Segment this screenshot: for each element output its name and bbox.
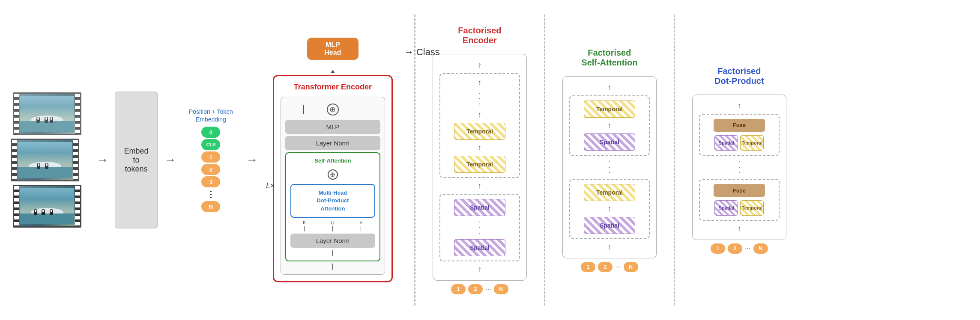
fsa-spatial-2: Spatial [584, 217, 635, 234]
token-2: 2 [201, 164, 220, 175]
fe-top-arrow: ↑ [478, 61, 481, 70]
fe-temporal-1: Temporal [454, 123, 505, 140]
fsa-dashed-box-2: Temporal ↑ Spatial [569, 179, 650, 239]
fdp-token-2: 2 [728, 243, 742, 254]
plus-circle-top: ⊕ [327, 104, 339, 116]
fdp-token-n: N [753, 243, 768, 254]
mlp-head-up-arrow [331, 70, 335, 73]
layer-norm-2: Layer Norm [290, 234, 375, 248]
fdp-temporal-2: Temporal [740, 200, 764, 216]
tokens-to-transformer-arrow: → [246, 153, 258, 167]
k-label: K [303, 220, 306, 225]
token-n: N [201, 201, 220, 212]
position-label: Position + TokenEmbedding [189, 108, 233, 123]
film-section [9, 92, 77, 228]
fe-token-1: 1 [451, 284, 466, 294]
embed-to-tokens-arrow: → [164, 153, 176, 167]
token-1: 1 [201, 151, 220, 163]
film-frame-3 [13, 185, 81, 228]
fe-token-row: 1 2 ··· N [451, 284, 508, 294]
fe-token-2: 2 [468, 284, 483, 294]
mlp-head-box: MLPHead [307, 38, 359, 60]
fdp-spatial-1: Spatial [714, 135, 738, 151]
factorised-dot-product-section: FactorisedDot-Product ↑ Fuse Spatial Tem… [688, 66, 791, 254]
mlp-box: MLP [285, 120, 380, 134]
l-times: L× [266, 181, 275, 190]
token-dots: ⋮ [201, 189, 220, 200]
multihead-box: Multi-HeadDot-ProductAttention [290, 184, 375, 218]
fsa-temporal-1: Temporal [584, 101, 635, 118]
fsa-token-n: N [624, 262, 638, 272]
fdp-temporal-1: Temporal [740, 135, 764, 151]
factorised-dp-title: FactorisedDot-Product [714, 66, 764, 86]
fe-spatial-1: Spatial [454, 199, 505, 216]
kqv-labels: K Q V [290, 220, 375, 225]
fe-token-n: N [494, 284, 508, 294]
token-3: 3 [201, 176, 220, 187]
factorised-encoder-section: FactorisedEncoder ↑ ↑ ··· ↑ Temporal ↑ T… [428, 26, 531, 295]
fsa-dashed-box-1: Temporal ↑ Spatial [569, 95, 650, 156]
factorised-self-attention-section: FactorisedSelf-Attention ↑ Temporal ↑ Sp… [558, 48, 661, 272]
fdp-spatial-2: Spatial [714, 200, 738, 216]
separator-2 [544, 15, 545, 305]
factorised-encoder-title: FactorisedEncoder [458, 26, 501, 45]
inner-encoder: L× ⊕ MLP Layer Norm Self-Attention [281, 97, 385, 275]
fsa-token-1: 1 [581, 262, 595, 272]
embed-box: Embed to tokens [115, 92, 158, 228]
fsa-spatial-1: Spatial [584, 133, 635, 151]
multihead-label: Multi-HeadDot-ProductAttention [317, 190, 349, 211]
film-to-embed-arrow: → [96, 153, 108, 167]
fdp-dashed-box-2: Fuse Spatial Temporal [699, 179, 780, 221]
fdp-fuse-1: Fuse [714, 119, 765, 132]
film-frame-1 [13, 92, 81, 135]
transformer-title: Transformer Encoder [281, 83, 385, 92]
fsa-token-row: 1 2 ··· N [581, 262, 638, 272]
tokens-section: Position + TokenEmbedding 0 CLS 1 2 3 ⋮ … [189, 108, 233, 212]
transformer-box: Transformer Encoder L× ⊕ MLP Layer Norm [273, 75, 393, 282]
factorised-sa-title: FactorisedSelf-Attention [581, 48, 637, 68]
token-cls: CLS [201, 139, 220, 150]
fe-spatial-2: Spatial [454, 239, 505, 256]
transformer-section: MLPHead → Class Transformer Encoder L× ⊕ [273, 38, 393, 282]
factorised-encoder-box: ↑ ↑ ··· ↑ Temporal ↑ Temporal ↑ Spatial [433, 54, 527, 281]
fe-token-dots: ··· [485, 285, 491, 293]
plus-circle-inner: ⊕ [328, 169, 338, 180]
fdp-token-1: 1 [711, 243, 725, 254]
main-container: → Embed to tokens → Position + TokenEmbe… [0, 0, 980, 320]
fe-dashed-box-2: Spatial ··· Spatial [439, 194, 520, 261]
fsa-token-2: 2 [598, 262, 612, 272]
separator-3 [674, 15, 675, 305]
token-0: 0 [201, 127, 220, 138]
factorised-sa-box: ↑ Temporal ↑ Spatial ··· Temporal ↑ Spat… [562, 76, 657, 258]
fdp-row-pair-2: Spatial Temporal [714, 200, 764, 216]
separator-1 [414, 15, 415, 305]
fdp-token-row: 1 2 ··· N [711, 243, 768, 254]
fe-temporal-2: Temporal [454, 156, 505, 173]
v-label: V [359, 220, 362, 225]
layer-norm-1: Layer Norm [285, 136, 380, 150]
fe-dashed-box-1: ↑ ··· ↑ Temporal ↑ Temporal [439, 73, 520, 178]
mlp-head-label: MLPHead [316, 41, 350, 56]
self-attention-box: Self-Attention ⊕ Multi-HeadDot-ProductAt… [285, 152, 380, 261]
q-label: Q [331, 220, 335, 225]
factorised-dp-box: ↑ Fuse Spatial Temporal ··· Fuse [692, 95, 786, 240]
fdp-row-pair-1: Spatial Temporal [714, 135, 764, 151]
self-attention-title: Self-Attention [290, 157, 375, 164]
fsa-temporal-2: Temporal [584, 184, 635, 201]
fdp-fuse-2: Fuse [714, 184, 765, 197]
film-frame-2 [11, 139, 79, 181]
embed-label: Embed to tokens [122, 147, 151, 174]
class-label: Class [416, 47, 440, 58]
fdp-dashed-box-1: Fuse Spatial Temporal [699, 114, 780, 156]
